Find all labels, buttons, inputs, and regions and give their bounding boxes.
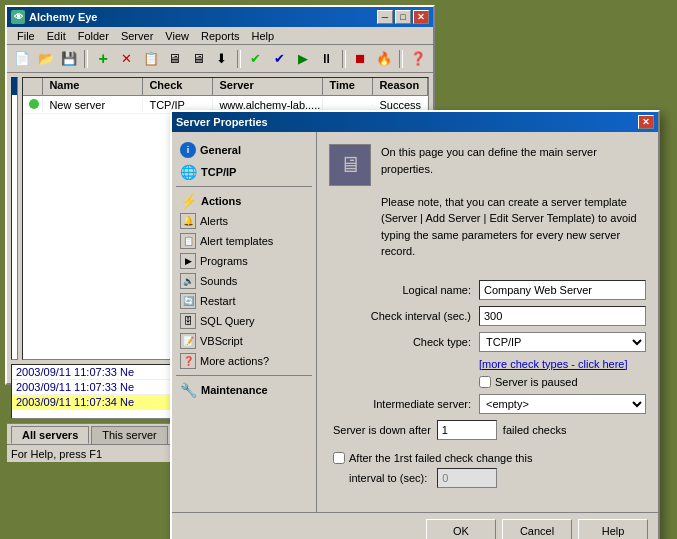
change-interval-label: After the 1rst failed check change this [349,452,532,464]
dialog-content: 🖥 On this page you can define the main s… [317,132,658,512]
dialog-nav: i General 🌐 TCP/IP ⚡ Actions 🔔 Alerts 📋 [172,132,317,512]
menu-view[interactable]: View [159,29,195,43]
nav-programs[interactable]: ▶ Programs [176,251,312,271]
intermediate-select[interactable]: <empty> [479,394,646,414]
alerts-icon: 🔔 [180,213,196,229]
help-button[interactable]: Help [578,519,648,539]
interval-to-input[interactable] [437,468,497,488]
menu-folder[interactable]: Folder [72,29,115,43]
tb-monitor1[interactable]: 🖥 [163,48,185,70]
server-properties-dialog: Server Properties ✕ i General 🌐 TCP/IP ⚡… [170,110,660,539]
nav-vbscript[interactable]: 📝 VBScript [176,331,312,351]
minimize-button[interactable]: ─ [377,10,393,24]
nav-alert-templates-label: Alert templates [200,235,273,247]
programs-icon: ▶ [180,253,196,269]
tcpip-icon: 🌐 [180,164,197,180]
tb-pause[interactable]: ⏸ [316,48,338,70]
tab-all-servers[interactable]: All servers [11,426,89,444]
nav-alerts[interactable]: 🔔 Alerts [176,211,312,231]
failed-checks-input[interactable] [437,420,497,440]
form-check-paused: Server is paused [479,376,646,388]
list-header: Name Check Server Time Reason [23,78,428,96]
tab-this-server[interactable]: This server [91,426,167,444]
nav-more-actions[interactable]: ❓ More actions? [176,351,312,371]
main-title-bar: 👁 Alchemy Eye ─ □ ✕ [7,7,433,27]
dialog-title-text: Server Properties [176,116,268,128]
general-icon: i [180,142,196,158]
nav-alert-templates[interactable]: 📋 Alert templates [176,231,312,251]
close-button[interactable]: ✕ [413,10,429,24]
server-col-header: Server [213,78,323,95]
toolbar-sep-3 [342,50,346,68]
maximize-button[interactable]: □ [395,10,411,24]
name-cell: New server [43,98,143,112]
server-paused-label: Server is paused [495,376,578,388]
change-interval-checkbox[interactable] [333,452,345,464]
tb-save[interactable]: 💾 [59,48,81,70]
menu-bar: File Edit Folder Server View Reports Hel… [7,27,433,45]
nav-restart[interactable]: 🔄 Restart [176,291,312,311]
menu-help[interactable]: Help [245,29,280,43]
server-paused-checkbox[interactable] [479,376,491,388]
log-suffix-2: Ne [120,396,134,408]
check-type-label: Check type: [329,336,479,348]
intermediate-label: Intermediate server: [329,398,479,410]
tb-play[interactable]: ▶ [292,48,314,70]
nav-sep-2 [176,375,312,376]
nav-maintenance[interactable]: 🔧 Maintenance [176,380,312,400]
tb-delete[interactable]: ✕ [116,48,138,70]
tb-down[interactable]: ⬇ [211,48,233,70]
more-actions-icon: ❓ [180,353,196,369]
log-text-2: 2003/09/11 11:07:34 [16,396,117,408]
tb-check-blue[interactable]: ✔ [268,48,290,70]
form-row-check-interval: Check interval (sec.) [329,306,646,326]
content-description: On this page you can define the main ser… [381,144,646,260]
menu-file[interactable]: File [11,29,41,43]
tb-check-green[interactable]: ✔ [245,48,267,70]
dialog-close-button[interactable]: ✕ [638,115,654,129]
status-cell [23,98,43,112]
tb-fire[interactable]: 🔥 [373,48,395,70]
log-text-1: 2003/09/11 11:07:33 [16,381,117,393]
nav-tcpip[interactable]: 🌐 TCP/IP [176,162,312,182]
tb-open[interactable]: 📂 [35,48,57,70]
tree-children: 📁 Web Servers 📁 Databases 📁 Switches, Ro… [12,95,18,146]
tb-monitor2[interactable]: 🖥 [187,48,209,70]
form-row-logical-name: Logical name: [329,280,646,300]
tree-all-servers[interactable]: 📁 All Servers [12,78,18,95]
menu-reports[interactable]: Reports [195,29,246,43]
tb-help[interactable]: ❓ [407,48,429,70]
dialog-body: i General 🌐 TCP/IP ⚡ Actions 🔔 Alerts 📋 [172,132,658,512]
actions-icon: ⚡ [180,193,197,209]
folder-icon: 📁 [16,80,18,93]
menu-edit[interactable]: Edit [41,29,72,43]
cancel-button[interactable]: Cancel [502,519,572,539]
app-icon: 👁 [11,10,25,24]
toolbar: 📄 📂 💾 + ✕ 📋 🖥 🖥 ⬇ ✔ ✔ ▶ ⏸ ⏹ 🔥 ❓ [7,45,433,73]
interval-to-label: interval to (sec): [349,472,427,484]
content-header-note: Please note, that you can create a serve… [381,194,646,260]
toolbar-sep-2 [237,50,241,68]
toolbar-sep-4 [399,50,403,68]
check-interval-input[interactable] [479,306,646,326]
nav-sounds[interactable]: 🔊 Sounds [176,271,312,291]
logical-name-input[interactable] [479,280,646,300]
failed-checks-suffix-label: failed checks [503,424,567,436]
menu-server[interactable]: Server [115,29,159,43]
more-check-types-link[interactable]: [more check types - click here] [479,358,646,370]
check-type-select[interactable]: TCP/IP [479,332,646,352]
nav-sql-query[interactable]: 🗄 SQL Query [176,311,312,331]
nav-tcpip-label: TCP/IP [201,166,236,178]
tb-copy[interactable]: 📋 [140,48,162,70]
check-type-select-wrapper: TCP/IP [479,332,646,352]
log-suffix-1: Ne [120,381,134,393]
tb-add[interactable]: + [92,48,114,70]
tb-new[interactable]: 📄 [11,48,33,70]
ok-button[interactable]: OK [426,519,496,539]
tb-stop-red[interactable]: ⏹ [350,48,372,70]
server-icon: 🖥 [329,144,371,186]
nav-general-label: General [200,144,241,156]
nav-general[interactable]: i General [176,140,312,160]
sounds-icon: 🔊 [180,273,196,289]
log-text-0: 2003/09/11 11:07:33 [16,366,117,378]
